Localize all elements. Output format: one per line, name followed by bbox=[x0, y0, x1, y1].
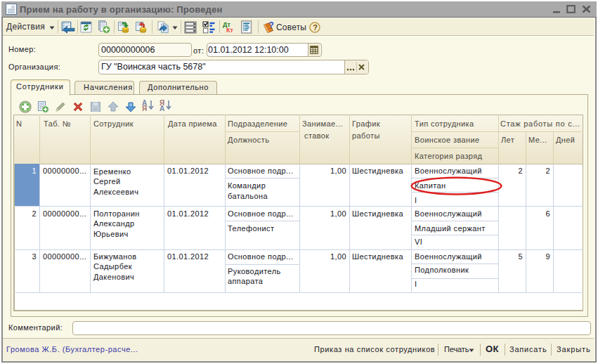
svg-text:?: ? bbox=[269, 20, 274, 30]
svg-text:?: ? bbox=[313, 23, 318, 32]
